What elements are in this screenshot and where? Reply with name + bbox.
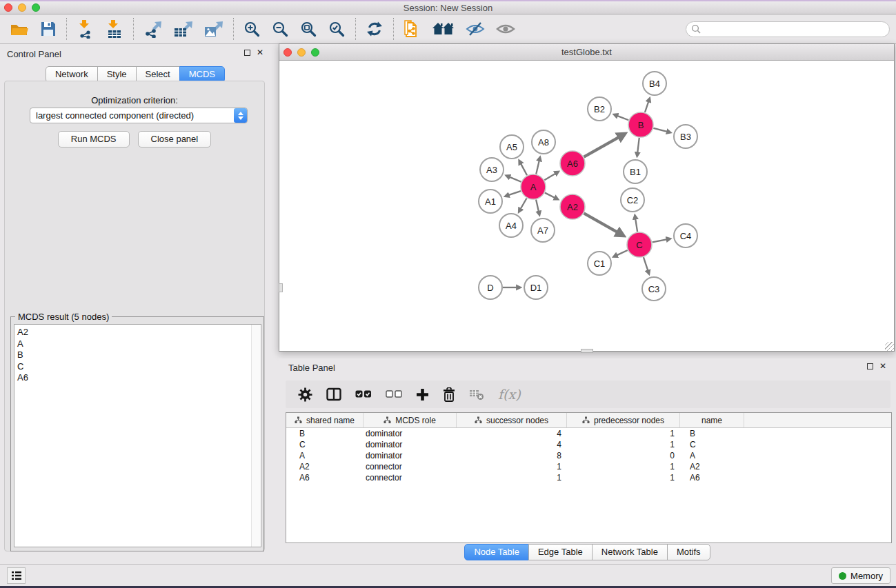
mcds-result-item[interactable]: B	[17, 349, 261, 361]
zoom-selected-button[interactable]	[323, 17, 351, 41]
node-C[interactable]: C	[627, 232, 652, 257]
node-B1[interactable]: B1	[624, 160, 647, 183]
delete-table-button[interactable]	[462, 383, 491, 406]
cell-successor-nodes[interactable]: 8	[457, 450, 567, 461]
edge-C-C4[interactable]	[653, 239, 667, 242]
column-header-predecessor-nodes[interactable]: predecessor nodes	[567, 413, 680, 427]
cell-successor-nodes[interactable]: 4	[457, 428, 567, 439]
run-mcds-button[interactable]: Run MCDS	[58, 131, 130, 148]
node-B2[interactable]: B2	[588, 97, 611, 121]
cell-shared-name[interactable]: A2	[286, 461, 364, 472]
node-B4[interactable]: B4	[643, 72, 666, 95]
node-A3[interactable]: A3	[480, 158, 504, 181]
cell-MCDS-role[interactable]: dominator	[364, 439, 457, 450]
edge-A-A2[interactable]	[545, 193, 555, 198]
cell-shared-name[interactable]: A	[286, 450, 364, 461]
memory-button[interactable]: Memory	[831, 567, 890, 584]
mcds-result-item[interactable]: C	[17, 361, 261, 373]
mcds-result-item[interactable]: A2	[17, 327, 261, 338]
optimization-criterion-dropdown[interactable]: largest connected component (directed)	[30, 108, 248, 123]
window-resize-grip[interactable]	[885, 342, 894, 351]
add-column-button[interactable]	[409, 383, 436, 406]
deselect-all-checkboxes-button[interactable]	[379, 383, 409, 406]
edge-A-A3[interactable]	[510, 177, 521, 182]
mcds-result-list[interactable]: A2ABCA6	[14, 324, 261, 547]
cell-predecessor-nodes[interactable]: 1	[567, 428, 680, 439]
edge-A-A7[interactable]	[536, 200, 539, 212]
edge-A-A4[interactable]	[521, 198, 527, 208]
cell-predecessor-nodes[interactable]: 1	[567, 439, 680, 450]
node-D[interactable]: D	[479, 276, 502, 299]
cell-predecessor-nodes[interactable]: 1	[567, 461, 680, 472]
tab-node-table[interactable]: Node Table	[464, 544, 529, 560]
edge-A-A5[interactable]	[521, 164, 527, 175]
node-C1[interactable]: C1	[588, 252, 611, 275]
tab-network-table[interactable]: Network Table	[592, 544, 668, 560]
node-A1[interactable]: A1	[479, 190, 502, 213]
select-all-checkboxes-button[interactable]	[348, 383, 379, 406]
save-session-button[interactable]	[34, 17, 62, 41]
hide-graphics-details-button[interactable]	[460, 17, 490, 41]
column-header-shared-name[interactable]: shared name	[286, 413, 364, 427]
cell-name[interactable]: A2	[680, 461, 744, 472]
node-C2[interactable]: C2	[621, 188, 644, 212]
node-table[interactable]: shared nameMCDS rolesuccessor nodesprede…	[286, 412, 892, 543]
cell-MCDS-role[interactable]: dominator	[364, 428, 457, 439]
table-row[interactable]: Cdominator41C	[286, 439, 891, 450]
left-scrollbar-handle[interactable]	[279, 283, 283, 292]
node-A7[interactable]: A7	[531, 219, 555, 242]
bottom-scrollbar-handle[interactable]	[581, 349, 593, 353]
column-header-name[interactable]: name	[680, 413, 744, 427]
node-A6[interactable]: A6	[560, 151, 585, 176]
edge-A-A8[interactable]	[536, 161, 539, 174]
table-row[interactable]: A2connector11A2	[286, 461, 891, 472]
show-column-button[interactable]	[319, 383, 348, 406]
cell-shared-name[interactable]: B	[286, 428, 364, 439]
table-row[interactable]: A6connector11A6	[286, 472, 891, 483]
cell-name[interactable]: C	[680, 439, 744, 450]
search-input[interactable]	[686, 21, 890, 37]
delete-column-button[interactable]	[436, 383, 462, 406]
edge-A-A1[interactable]	[509, 191, 521, 195]
table-settings-button[interactable]	[291, 383, 319, 406]
open-file-button[interactable]	[4, 17, 34, 41]
edge-A2-C[interactable]	[584, 213, 617, 232]
edge-C-C3[interactable]	[644, 257, 648, 270]
edge-B-B3[interactable]	[653, 128, 666, 132]
node-A2[interactable]: A2	[560, 194, 585, 219]
cell-predecessor-nodes[interactable]: 1	[567, 472, 680, 483]
mcds-result-item[interactable]: A	[17, 338, 261, 350]
cell-predecessor-nodes[interactable]: 0	[567, 450, 680, 461]
node-D1[interactable]: D1	[524, 276, 548, 299]
close-panel-icon[interactable]: ✕	[257, 49, 263, 56]
column-header-MCDS-role[interactable]: MCDS role	[364, 413, 457, 427]
edge-B-B2[interactable]	[617, 116, 628, 120]
export-table-button[interactable]	[168, 17, 199, 41]
edge-B-B1[interactable]	[637, 138, 639, 152]
edge-A6-B[interactable]	[584, 137, 619, 156]
cell-successor-nodes[interactable]: 4	[457, 439, 567, 450]
cell-shared-name[interactable]: A6	[286, 472, 364, 483]
cell-MCDS-role[interactable]: connector	[364, 472, 457, 483]
duplicate-network-button[interactable]	[398, 17, 427, 41]
node-C3[interactable]: C3	[642, 277, 666, 301]
column-header-successor-nodes[interactable]: successor nodes	[457, 413, 567, 427]
refresh-button[interactable]	[360, 17, 389, 41]
edge-B-B4[interactable]	[645, 102, 648, 112]
node-B3[interactable]: B3	[674, 125, 697, 148]
tab-motifs[interactable]: Motifs	[667, 544, 710, 560]
network-graph[interactable]: B4B2BB3A8A5A6A3B1AC2A1A2A4A7C4CC1DD1C3	[279, 61, 894, 351]
table-row[interactable]: Bdominator41B	[286, 428, 891, 439]
export-image-button[interactable]	[199, 17, 229, 41]
zoom-in-button[interactable]	[238, 17, 266, 41]
node-A5[interactable]: A5	[500, 135, 524, 159]
import-network-button[interactable]	[71, 17, 100, 41]
cell-name[interactable]: B	[680, 428, 744, 439]
home-button[interactable]	[427, 17, 460, 41]
tab-edge-table[interactable]: Edge Table	[528, 544, 593, 560]
float-panel-icon[interactable]	[244, 50, 250, 56]
table-row[interactable]: Adominator80A	[286, 450, 891, 461]
edge-C-C2[interactable]	[635, 219, 637, 232]
edge-A-A6[interactable]	[544, 174, 555, 180]
cell-successor-nodes[interactable]: 1	[457, 461, 567, 472]
